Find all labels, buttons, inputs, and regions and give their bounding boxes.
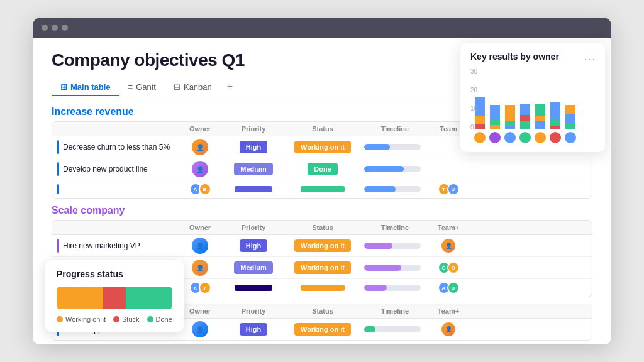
table-header-scale: Owner Priority Status Timeline Team + [52,221,592,235]
status-badge-1: Working on it [294,141,351,153]
legend-dot-done [147,316,153,322]
bar-group-5 [535,104,546,143]
bar-avatar-7 [565,132,576,143]
key-results-title: Key results by owner [470,52,595,62]
th-timeline-1: Timeline [360,122,430,136]
browser-bar [33,18,611,38]
timeline-fill-s1 [364,243,392,249]
progress-card-title: Progress status [57,269,172,279]
status-cell-1: Working on it [285,136,360,158]
row-border-s1 [57,239,59,253]
row-border-2 [57,162,59,176]
th-priority-2: Priority [222,221,285,234]
row-border-3 [57,184,59,194]
bar-avatar-2 [489,132,501,143]
bar-seg-4b [520,115,530,121]
bar-seg-3b [505,121,515,126]
browser-dot-1 [42,25,48,31]
tab-kanban[interactable]: ⊟ Kanban [165,79,221,96]
bar-seg-4c [520,104,530,115]
th-status-3: Status [285,304,360,318]
row-text-1: Decrease churn to less than 5% [63,143,170,151]
tab-main-table[interactable]: ⊞ Main table [52,79,119,96]
timeline-cell-3 [360,180,430,198]
timeline-cell-t1 [360,319,430,340]
team-av-s2b: O [447,261,460,274]
dots-menu[interactable]: ... [584,52,596,63]
status-block-s3 [301,285,345,291]
bar-seg-2b [490,119,500,125]
bar-group-2 [489,105,501,143]
table-row: A B [52,180,592,198]
bar-seg-6b [550,120,560,126]
th-owner-2: Owner [178,221,222,234]
legend-stuck: Stuck [113,315,140,323]
owner-avatar-s1: 👤 [192,238,208,254]
owner-avatar-s2: 👤 [192,260,208,276]
bar-avatar-4 [519,132,531,143]
th-status-2: Status [285,221,360,234]
timeline-cell-s3 [360,279,430,297]
progress-seg-stuck [103,287,126,309]
bar-stack-6 [550,102,560,129]
group-title-scale-company: Scale company [52,205,592,216]
team-cell-s1: 👤 [430,235,467,256]
priority-cell-s3 [222,279,285,297]
tab-gantt[interactable]: ≡ Gantt [119,79,165,96]
priority-badge-2: Medium [234,163,273,175]
chart-area: 30 20 10 0 [470,68,595,143]
bar-stack-4 [520,104,530,129]
timeline-bg-2 [364,166,421,172]
priority-cell-2: Medium [222,158,285,180]
bar-seg-7c [565,105,575,114]
multi-avatar-1: A B [189,183,211,195]
timeline-fill-s2 [364,265,401,271]
team-avatar-s1: 👤 [441,239,455,253]
th-owner-3: Owner [178,304,222,318]
bar-group-3 [504,105,516,143]
table-row: Hire new marketing VP 👤 High Working on … [52,235,592,257]
th-priority-3: Priority [222,304,285,318]
y-label-30: 30 [470,68,477,75]
row-border-1 [57,140,59,154]
team-avatars-s3: A B [438,282,460,294]
timeline-bg-3 [364,186,421,192]
th-priority-1: Priority [222,122,285,136]
th-timeline-2: Timeline [360,221,430,234]
bar-seg-2c [490,105,500,119]
th-label-1 [52,122,178,136]
timeline-cell-s2 [360,257,430,278]
add-team-icon[interactable]: + [455,224,459,231]
th-label-2 [52,221,178,234]
th-team-3: Team + [430,304,467,318]
timeline-fill-t1 [364,326,375,332]
timeline-cell-2 [360,158,430,180]
priority-block-s3 [235,285,272,291]
legend-dot-working [57,316,63,322]
bar-group-4 [519,104,531,143]
owner-cell-2: 👤 [178,158,222,180]
add-team-icon-3[interactable]: + [455,307,459,315]
owner-avatar-2: 👤 [192,161,208,177]
bar-seg-3a [505,126,515,129]
y-label-20: 20 [470,87,477,94]
kanban-icon: ⊟ [174,82,180,92]
bar-avatar-3 [504,132,516,143]
bar-group-7 [565,105,576,143]
timeline-bg-1 [364,144,421,150]
y-label-10: 10 [470,105,477,112]
team-av-2: U [447,183,460,195]
owner-avatar-t1: 👤 [192,321,208,337]
bar-seg-5c [535,104,545,116]
legend-working: Working on it [57,315,106,323]
timeline-fill-1 [364,144,390,150]
bars-container [470,68,595,143]
status-badge-s2: Working on it [294,261,351,274]
team-cell-s3: A B [430,279,467,297]
tab-gantt-label: Gantt [136,82,156,92]
bar-seg-6c [550,102,560,120]
tab-add-button[interactable]: + [221,77,239,96]
priority-cell-t1: High [222,319,285,340]
status-cell-3 [285,180,360,198]
bar-seg-5b [535,116,545,121]
